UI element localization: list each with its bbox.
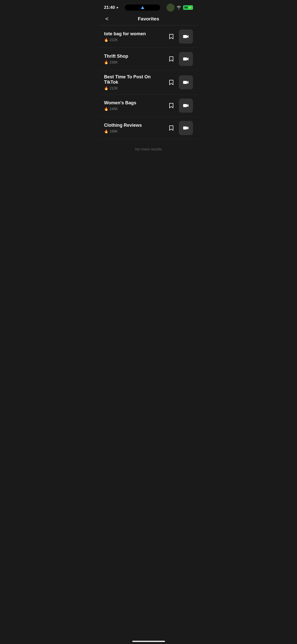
bookmark-button-0[interactable]: [167, 32, 176, 41]
video-button-1[interactable]: [179, 52, 193, 66]
status-bar: 21:40 ➤ 94 ⚡: [99, 0, 198, 14]
svg-rect-2: [183, 81, 187, 84]
item-info-3: Women's Bags 🔥 245K: [104, 100, 164, 111]
svg-rect-0: [183, 35, 187, 38]
no-more-results: No more results: [99, 139, 198, 159]
wifi-icon: [177, 6, 181, 9]
item-info-2: Best Time To Post On TikTok 🔥 212K: [104, 74, 164, 90]
fire-icon-2: 🔥: [104, 86, 108, 90]
battery-lightning-icon: ⚡: [188, 6, 192, 9]
back-button[interactable]: <: [104, 14, 110, 23]
list-item: Women's Bags 🔥 245K: [99, 94, 198, 117]
nav-header: < Favorites: [99, 14, 198, 25]
list-item: Best Time To Post On TikTok 🔥 212K: [99, 70, 198, 94]
item-stats-3: 🔥 245K: [104, 107, 164, 111]
svg-rect-3: [183, 104, 187, 107]
svg-rect-4: [183, 126, 187, 130]
location-icon: ➤: [116, 6, 119, 9]
status-left: 21:40 ➤: [104, 5, 119, 10]
page-title: Favorites: [138, 16, 159, 22]
fire-icon-0: 🔥: [104, 38, 108, 42]
item-stats-2: 🔥 212K: [104, 86, 164, 90]
bookmark-button-3[interactable]: [167, 101, 176, 110]
bookmark-button-2[interactable]: [167, 78, 176, 87]
battery-level: 94: [184, 6, 188, 9]
video-button-2[interactable]: [179, 75, 193, 89]
status-right: 94 ⚡: [167, 4, 193, 12]
status-time: 21:40: [104, 5, 115, 10]
battery-indicator: 94 ⚡: [183, 5, 193, 10]
list-item: tote bag for women 🔥 222K: [99, 25, 198, 48]
video-button-3[interactable]: [179, 99, 193, 113]
bookmark-button-4[interactable]: [167, 123, 176, 133]
avatar: [167, 4, 175, 12]
item-stats-0: 🔥 222K: [104, 38, 164, 42]
item-info-0: tote bag for women 🔥 222K: [104, 31, 164, 42]
bookmark-button-1[interactable]: [167, 54, 176, 63]
item-count-1: 236K: [110, 60, 118, 64]
item-stats-4: 🔥 189K: [104, 129, 164, 133]
item-count-3: 245K: [110, 107, 118, 111]
item-count-2: 212K: [110, 86, 118, 90]
video-button-4[interactable]: [179, 121, 193, 135]
svg-rect-1: [183, 57, 187, 60]
nav-arrow-icon: [141, 6, 144, 9]
item-title-3: Women's Bags: [104, 100, 164, 106]
item-info-1: Thrift Shop 🔥 236K: [104, 54, 164, 64]
fire-icon-4: 🔥: [104, 129, 108, 133]
fire-icon-1: 🔥: [104, 60, 108, 64]
item-stats-1: 🔥 236K: [104, 60, 164, 64]
item-title-2: Best Time To Post On TikTok: [104, 74, 164, 85]
item-count-0: 222K: [110, 38, 118, 42]
item-title-1: Thrift Shop: [104, 54, 164, 59]
video-button-0[interactable]: [179, 29, 193, 44]
item-title-4: Clothing Reviews: [104, 123, 164, 128]
favorites-list: tote bag for women 🔥 222K Thrift Shop: [99, 25, 198, 139]
fire-icon-3: 🔥: [104, 107, 108, 111]
item-count-4: 189K: [110, 129, 118, 133]
list-item: Thrift Shop 🔥 236K: [99, 48, 198, 70]
item-info-4: Clothing Reviews 🔥 189K: [104, 123, 164, 133]
status-center: [125, 5, 160, 11]
item-title-0: tote bag for women: [104, 31, 164, 37]
list-item: Clothing Reviews 🔥 189K: [99, 117, 198, 139]
